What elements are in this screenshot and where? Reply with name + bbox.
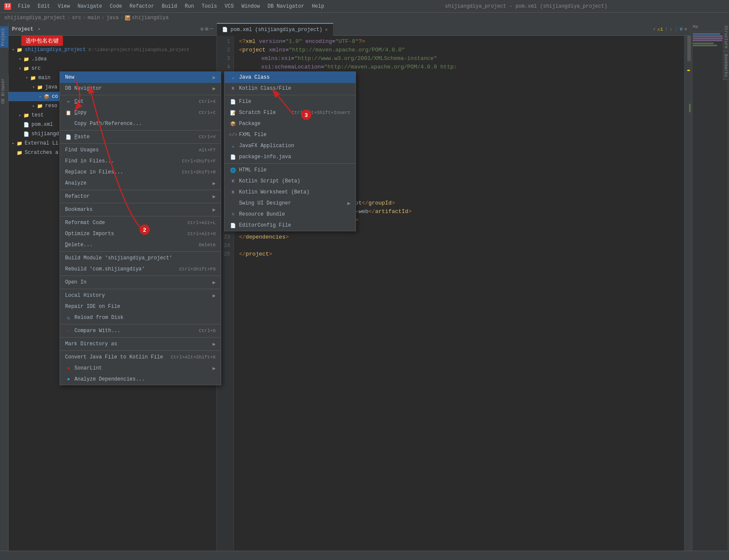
- ctx-item-open-in[interactable]: Open In ▶: [60, 277, 221, 288]
- close-icon[interactable]: —: [210, 26, 213, 32]
- submenu-item-swing-ui[interactable]: Swing UI Designer ▶: [225, 198, 356, 209]
- ctx-item-delete[interactable]: Delete... Delete: [60, 239, 221, 250]
- ctx-label: Optimize Imports: [65, 231, 114, 237]
- breadcrumb-item[interactable]: shijiangdiya: [132, 15, 168, 21]
- submenu-item-editorconfig[interactable]: 📄 EditorConfig File: [225, 220, 356, 231]
- shortcut-label: Alt+F7: [199, 148, 216, 153]
- folder-icon: 📁: [16, 140, 23, 147]
- tree-item-idea[interactable]: ▾ 📁 .idea: [9, 54, 216, 64]
- menu-tools[interactable]: Tools: [198, 3, 220, 10]
- ctx-label: Reformat Code: [65, 220, 105, 226]
- arrow-up-icon[interactable]: ↑: [665, 26, 668, 32]
- menu-file[interactable]: File: [14, 3, 34, 10]
- warning-marker: [687, 70, 690, 71]
- ctx-item-find-usages[interactable]: Find Usages Alt+F7: [60, 145, 221, 156]
- package-icon: 📦: [125, 15, 130, 20]
- ctx-item-convert-kotlin[interactable]: Convert Java File to Kotlin File Ctrl+Al…: [60, 352, 221, 363]
- ctx-label: SonarLint: [74, 365, 102, 371]
- ctx-item-reformat[interactable]: Reformat Code Ctrl+Alt+L: [60, 217, 221, 228]
- ctx-item-local-history[interactable]: Local History ▶: [60, 290, 221, 301]
- menu-refactor[interactable]: Refactor: [126, 3, 158, 10]
- ctx-item-copy-path[interactable]: Copy Path/Reference...: [60, 118, 221, 129]
- submenu-item-kotlin-script[interactable]: K Kotlin Script (Beta): [225, 176, 356, 187]
- menu-navigate[interactable]: Navigate: [74, 3, 105, 10]
- sidebar-project-tab[interactable]: Project: [0, 26, 9, 48]
- ctx-item-new[interactable]: New ▶: [60, 72, 221, 83]
- tree-item-label: shijiangd: [31, 131, 59, 137]
- editor-tab-pom[interactable]: 📄 pom.xml (shijiangdiya_project) ✕: [217, 23, 333, 36]
- ctx-label: Compare With...: [74, 328, 120, 334]
- ctx-item-db-navigator[interactable]: DB Navigator ▶: [60, 83, 221, 94]
- ctx-item-find-in-files[interactable]: Find in Files... Ctrl+Shift+F: [60, 156, 221, 167]
- submenu-item-java-class[interactable]: ☕ Java Class: [225, 72, 356, 83]
- ctx-item-replace-in-files[interactable]: Replace in Files... Ctrl+Shift+R: [60, 167, 221, 178]
- editor-scrollbar[interactable]: [684, 36, 691, 555]
- arrow-down-icon[interactable]: ↓: [669, 26, 672, 32]
- menu-db-navigator[interactable]: DB Navigator: [264, 3, 308, 10]
- tree-item-root[interactable]: ▾ 📁 shijiangdiya_project D:\idea\project…: [9, 45, 216, 54]
- vcs-close-icon[interactable]: ✕: [684, 26, 687, 32]
- editor-tabs: 📄 pom.xml (shijiangdiya_project) ✕ ⚡ ⚠1 …: [217, 23, 691, 36]
- breadcrumb-item[interactable]: main: [88, 15, 100, 21]
- submenu-item-package-info[interactable]: 📄 package-info.java: [225, 151, 356, 162]
- scrollbar-thumb[interactable]: [687, 36, 691, 61]
- ctx-label: Find in Files...: [65, 158, 114, 164]
- ctx-separator: [60, 190, 221, 190]
- file-icon: 📄: [230, 98, 236, 105]
- panel-header: Project ▾ ⚙ ⊞ —: [9, 23, 216, 36]
- ctx-item-copy[interactable]: 📋 Copy Ctrl+C: [60, 107, 221, 118]
- minimap: [693, 33, 727, 558]
- ctx-item-build-module[interactable]: Build Module 'shijiangdiya_project': [60, 253, 221, 264]
- ctx-item-cut[interactable]: ✂ Cut Ctrl+X: [60, 96, 221, 107]
- ctx-item-rebuild[interactable]: Rebuild 'com.shijiangdiya' Ctrl+Shift+F9: [60, 264, 221, 275]
- submenu-item-html[interactable]: 🌐 HTML File: [225, 165, 356, 176]
- submenu-item-kotlin-worksheet[interactable]: K Kotlin Worksheet (Beta): [225, 187, 356, 198]
- menu-vcs[interactable]: VCS: [221, 3, 237, 10]
- menu-help[interactable]: Help: [308, 3, 327, 10]
- ctx-separator: [60, 251, 221, 252]
- ctx-item-analyze[interactable]: Analyze ▶: [60, 178, 221, 189]
- html-icon: 🌐: [230, 167, 236, 173]
- menu-build[interactable]: Build: [158, 3, 180, 10]
- ctx-item-bookmarks[interactable]: Bookmarks ▶: [60, 204, 221, 215]
- ctx-item-repair-ide[interactable]: Repair IDE on File: [60, 301, 221, 312]
- shortcut-label: Ctrl+Shift+F: [182, 159, 216, 164]
- menu-window[interactable]: Window: [238, 3, 263, 10]
- submenu-item-scratch-file[interactable]: 📝 Scratch File Ctrl+Alt+Shift+Insert: [225, 107, 356, 118]
- submenu-item-javafx[interactable]: ☕ JavaFX Application: [225, 140, 356, 151]
- submenu-arrow: ▶: [213, 279, 216, 286]
- menu-edit[interactable]: Edit: [34, 3, 54, 10]
- ctx-item-sonarlint[interactable]: ● SonarLint ▶: [60, 363, 221, 374]
- ctx-item-refactor[interactable]: Refactor ▶: [60, 191, 221, 202]
- menu-view[interactable]: View: [54, 3, 74, 10]
- expand-icon[interactable]: ⊞: [205, 26, 208, 32]
- ctx-label: Resource Bundle: [239, 211, 285, 217]
- tab-close-button[interactable]: ✕: [325, 27, 328, 32]
- submenu-item-resource-bundle[interactable]: ≡ Resource Bundle: [225, 209, 356, 220]
- structure-tab[interactable]: Structure: [723, 23, 729, 51]
- ctx-item-mark-dir[interactable]: Mark Directory as ▶: [60, 338, 221, 350]
- submenu-item-kotlin-class[interactable]: K Kotlin Class/File: [225, 83, 356, 94]
- breadcrumb-item[interactable]: shijiangdiya_project: [4, 15, 65, 21]
- submenu-item-fxml[interactable]: </> FXML File: [225, 129, 356, 140]
- ctx-item-analyze-deps[interactable]: ● Analyze Dependencies...: [60, 374, 221, 385]
- gear-icon[interactable]: ⚙: [200, 26, 203, 32]
- ctx-separator: [60, 216, 221, 216]
- ctx-item-reload[interactable]: ↻ Reload from Disk: [60, 312, 221, 323]
- xml-icon: 📄: [23, 121, 30, 128]
- menu-code[interactable]: Code: [106, 3, 125, 10]
- submenu-item-file[interactable]: 📄 File: [225, 96, 356, 107]
- menu-run[interactable]: Run: [181, 3, 197, 10]
- power-icon[interactable]: ⚡: [653, 26, 656, 32]
- ctx-item-compare-with[interactable]: ⚡ Compare With... Ctrl+D: [60, 325, 221, 336]
- ctx-item-optimize-imports[interactable]: Optimize Imports Ctrl+Alt+O: [60, 228, 221, 239]
- breadcrumb-item[interactable]: src: [72, 15, 81, 21]
- submenu-item-package[interactable]: 📦 Package: [225, 118, 356, 129]
- tree-arrow: ▾: [24, 75, 30, 80]
- breadcrumb-item[interactable]: java: [106, 15, 119, 21]
- bookmarks-tab[interactable]: Bookmarks: [723, 51, 729, 80]
- ctx-label: Kotlin Script (Beta): [239, 178, 300, 184]
- ctx-label: Convert Java File to Kotlin File: [65, 354, 163, 360]
- ctx-item-paste[interactable]: 📄 Paste Ctrl+V: [60, 131, 221, 142]
- sidebar-db-browser-tab[interactable]: DB Browser: [0, 77, 9, 105]
